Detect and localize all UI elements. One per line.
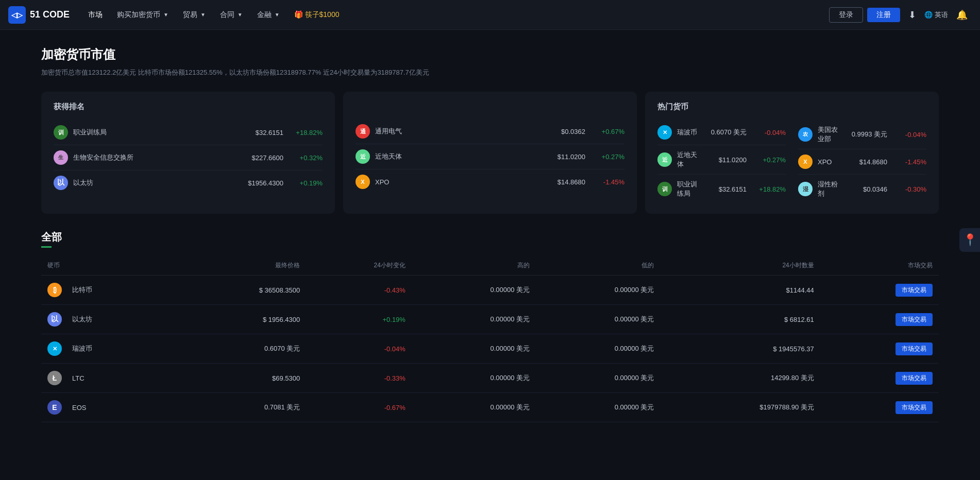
coin-name: 职业训练局	[73, 128, 237, 137]
coin-icon: 以	[54, 176, 68, 190]
table-cell-change: -0.43%	[306, 276, 412, 305]
full-section: 全部 硬币 最终价格 24小时变化 高的 低的 24小时数量 市场交易 ₿ 比特…	[41, 230, 939, 422]
coin-price: $32.6151	[700, 185, 747, 193]
floating-widget[interactable]: 📍	[959, 228, 980, 252]
hot-currency-card: 热门货币 ✕ 瑞波币 0.6070 美元 -0.04% 近 近地天体 $11.0…	[645, 92, 939, 214]
coin-icon: X	[798, 155, 813, 169]
trade-button[interactable]: 市场交易	[895, 313, 933, 326]
table-row: ✕ 瑞波币 0.6070 美元 -0.04% 0.00000 美元 0.0000…	[41, 334, 939, 364]
coin-change: +0.19%	[292, 179, 323, 187]
table-cell-change: -0.04%	[306, 334, 412, 364]
nav-item-buy-crypto[interactable]: 购买加密货币 ▼	[111, 7, 175, 23]
table-cell-price: $ 36508.3500	[178, 276, 306, 305]
table-cell-change: -0.33%	[306, 364, 412, 393]
coin-icon: Ł	[47, 371, 62, 385]
table-cell-coin: ✕ 瑞波币	[41, 334, 178, 364]
coin-price: $14.8680	[841, 158, 887, 166]
coin-icon: 生	[54, 150, 68, 165]
register-button[interactable]: 注册	[867, 8, 900, 22]
coin-name: 湿性粉剂	[818, 180, 841, 198]
gain-rows-right: 通 通用电气 $0.0362 +0.67% 近 近地天体 $11.0200 +0…	[356, 119, 624, 194]
globe-icon: 🌐	[924, 11, 933, 19]
nav-links: 市场 购买加密货币 ▼ 贸易 ▼ 合同 ▼ 金融 ▼ 🎁 筷子$1000	[82, 7, 829, 23]
coin-icon: 近	[356, 149, 370, 164]
col-coin: 硬币	[41, 256, 178, 276]
col-low: 低的	[536, 256, 660, 276]
list-item: 训 职业训练局 $32.6151 +18.82%	[54, 120, 323, 145]
coin-name: 通用电气	[375, 127, 539, 136]
table-cell-high: 0.00000 美元	[412, 276, 536, 305]
map-pin-icon: 📍	[963, 233, 977, 247]
coin-change: -0.04%	[895, 131, 926, 139]
page-subtitle: 加密货币总市值123122.2亿美元 比特币市场份额121325.55%，以太坊…	[41, 68, 939, 77]
trade-button[interactable]: 市场交易	[895, 372, 933, 385]
table-cell-high: 0.00000 美元	[412, 305, 536, 334]
coin-name: XPO	[375, 178, 539, 186]
logo-icon: ◁▷	[8, 6, 26, 24]
login-button[interactable]: 登录	[829, 7, 863, 23]
nav-right: 登录 注册 ⬇ 🌐 英语 🔔	[829, 7, 972, 23]
table-cell-coin: ₿ 比特币	[41, 276, 178, 305]
download-icon[interactable]: ⬇	[904, 7, 920, 23]
section-underline	[41, 246, 52, 248]
table-cell-coin: E EOS	[41, 393, 178, 422]
table-cell-action: 市场交易	[820, 276, 939, 305]
coin-name: EOS	[72, 404, 86, 412]
list-item: 近 近地天体 $11.0200 +0.27%	[657, 145, 786, 175]
table-cell-volume: $1144.44	[660, 276, 820, 305]
market-table: 硬币 最终价格 24小时变化 高的 低的 24小时数量 市场交易 ₿ 比特币 $…	[41, 256, 939, 422]
logo-area[interactable]: ◁▷ 51 CODE	[8, 6, 70, 24]
table-cell-high: 0.00000 美元	[412, 393, 536, 422]
coin-price: 0.9993 美元	[841, 130, 887, 139]
chevron-down-icon: ▼	[200, 12, 206, 18]
trade-button[interactable]: 市场交易	[895, 342, 933, 355]
coin-name: 瑞波币	[72, 344, 92, 353]
nav-item-trade[interactable]: 贸易 ▼	[177, 7, 212, 23]
coin-icon: 湿	[798, 182, 813, 196]
table-cell-low: 0.00000 美元	[536, 276, 660, 305]
coin-name: 职业训练局	[677, 180, 700, 198]
table-cell-low: 0.00000 美元	[536, 393, 660, 422]
coin-icon: ✕	[47, 341, 62, 356]
col-action: 市场交易	[820, 256, 939, 276]
gain-ranking-card: 获得排名 训 职业训练局 $32.6151 +18.82% 生 生物安全信息交换…	[41, 92, 335, 214]
coin-change: -1.45%	[895, 158, 926, 166]
coin-change: -1.45%	[594, 178, 624, 186]
trade-button[interactable]: 市场交易	[895, 401, 933, 414]
table-cell-action: 市场交易	[820, 334, 939, 364]
nav-item-contract[interactable]: 合同 ▼	[214, 7, 249, 23]
coin-price: $32.6151	[237, 129, 283, 136]
coin-name: 以太坊	[73, 178, 237, 187]
coin-name: LTC	[72, 374, 85, 382]
table-cell-coin: 以 以太坊	[41, 305, 178, 334]
gain-rows-left: 训 职业训练局 $32.6151 +18.82% 生 生物安全信息交换所 $22…	[54, 120, 323, 195]
nav-gift[interactable]: 🎁 筷子$1000	[288, 7, 346, 23]
coin-name: 瑞波币	[677, 128, 700, 137]
coin-icon: 农	[798, 127, 813, 142]
table-header: 硬币 最终价格 24小时变化 高的 低的 24小时数量 市场交易	[41, 256, 939, 276]
trade-button[interactable]: 市场交易	[895, 284, 933, 297]
coin-name: 美国农业部	[818, 125, 841, 144]
table-cell-action: 市场交易	[820, 305, 939, 334]
coin-change: -0.04%	[755, 129, 786, 136]
table-row: Ł LTC $69.5300 -0.33% 0.00000 美元 0.00000…	[41, 364, 939, 393]
coin-price: $0.0346	[841, 185, 887, 193]
table-cell-action: 市场交易	[820, 364, 939, 393]
coin-icon: E	[47, 400, 62, 415]
coin-icon: 训	[54, 125, 68, 140]
table-row: ₿ 比特币 $ 36508.3500 -0.43% 0.00000 美元 0.0…	[41, 276, 939, 305]
list-item: 农 美国农业部 0.9993 美元 -0.04%	[798, 120, 926, 149]
list-item: X XPO $14.8680 -1.45%	[356, 169, 624, 194]
gain-card-title: 获得排名	[54, 102, 323, 112]
logo-text: 51 CODE	[30, 9, 70, 20]
nav-item-finance[interactable]: 金融 ▼	[251, 7, 286, 23]
coin-name: 近地天体	[677, 150, 700, 169]
coin-name: 比特币	[72, 285, 92, 295]
chevron-down-icon: ▼	[275, 12, 280, 18]
hot-right: 农 美国农业部 0.9993 美元 -0.04% X XPO $14.8680 …	[798, 120, 926, 203]
coin-change: +0.27%	[755, 156, 786, 164]
nav-item-market[interactable]: 市场	[82, 7, 109, 23]
language-selector[interactable]: 🌐 英语	[924, 10, 948, 20]
notification-icon[interactable]: 🔔	[952, 7, 972, 23]
table-cell-price: $69.5300	[178, 364, 306, 393]
